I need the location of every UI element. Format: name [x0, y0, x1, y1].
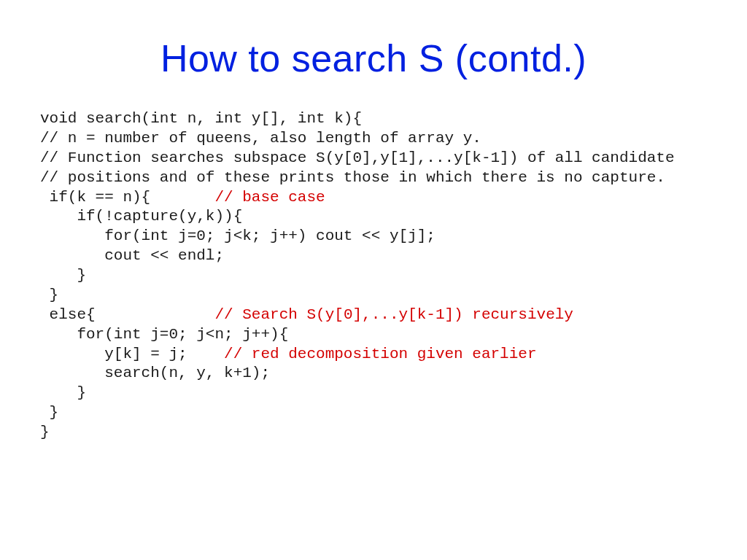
code-line: for(int j=0; j<n; j++){ — [40, 326, 288, 343]
code-line: } — [40, 404, 58, 421]
code-line: } — [40, 384, 86, 401]
code-comment: // Search S(y[0],...y[k-1]) recursively — [214, 306, 573, 323]
code-line: cout << endl; — [40, 247, 224, 264]
code-line: // positions and of these prints those i… — [40, 169, 665, 186]
code-comment: // base case — [214, 189, 325, 206]
code-line: y[k] = j; — [40, 346, 224, 362]
code-line: } — [40, 287, 58, 303]
code-line: } — [40, 267, 86, 284]
code-line: else{ — [40, 306, 214, 323]
code-line: // Function searches subspace S(y[0],y[1… — [40, 149, 675, 166]
code-line: // n = number of queens, also length of … — [40, 130, 481, 147]
code-line: if(!capture(y,k)){ — [40, 208, 242, 225]
slide-title: How to search S (contd.) — [40, 36, 707, 80]
code-line: } — [40, 424, 50, 440]
code-line: void search(int n, int y[], int k){ — [40, 110, 362, 127]
slide: How to search S (contd.) void search(int… — [0, 0, 747, 560]
code-line: if(k == n){ — [40, 189, 214, 206]
code-block: void search(int n, int y[], int k){ // n… — [40, 109, 707, 443]
code-comment: // red decomposition given earlier — [224, 346, 536, 362]
code-line: for(int j=0; j<k; j++) cout << y[j]; — [40, 228, 436, 244]
code-line: search(n, y, k+1); — [40, 365, 270, 381]
